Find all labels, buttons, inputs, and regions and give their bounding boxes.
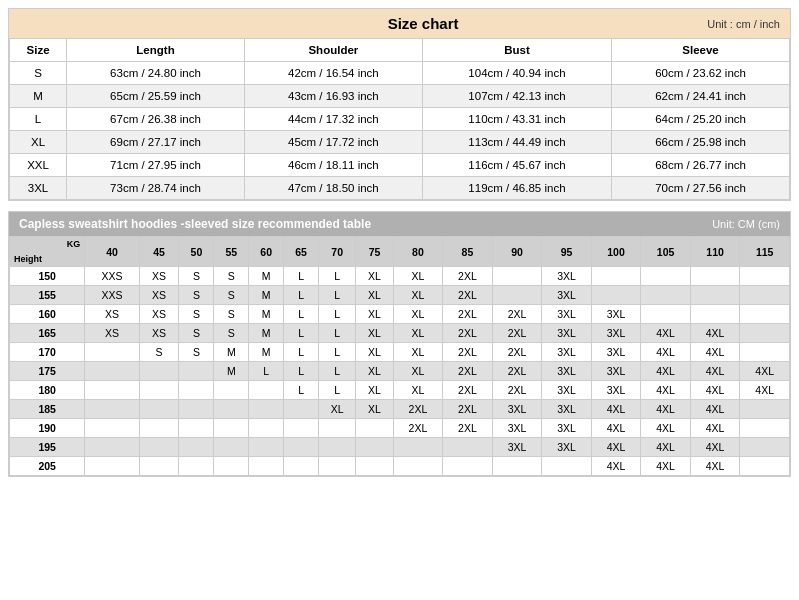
rec-cell-9-15 [740,438,790,457]
rec-cell-6-14: 4XL [690,381,740,400]
col-75: 75 [356,237,393,267]
size-cell-5-4: 70cm / 27.56 inch [612,177,790,200]
rec-cell-7-15 [740,400,790,419]
col-95: 95 [542,237,592,267]
rec-height-2: 160 [10,305,85,324]
rec-cell-10-8 [393,457,443,476]
size-cell-2-4: 64cm / 25.20 inch [612,108,790,131]
rec-cell-0-15 [740,267,790,286]
rec-cell-9-12: 4XL [591,438,641,457]
rec-cell-2-10: 2XL [492,305,542,324]
rec-cell-0-13 [641,267,691,286]
rec-cell-3-7: XL [356,324,393,343]
size-table-row: S63cm / 24.80 inch42cm / 16.54 inch104cm… [10,62,790,85]
col-100: 100 [591,237,641,267]
rec-unit: Unit: CM (cm) [712,218,780,230]
rec-cell-4-7: XL [356,343,393,362]
rec-cell-7-0 [85,400,139,419]
rec-cell-0-11: 3XL [542,267,592,286]
col-45: 45 [139,237,179,267]
rec-cell-6-8: XL [393,381,443,400]
rec-table-row: 1953XL3XL4XL4XL4XL [10,438,790,457]
col-115: 115 [740,237,790,267]
size-table-row: M65cm / 25.59 inch43cm / 16.93 inch107cm… [10,85,790,108]
rec-cell-10-5 [284,457,319,476]
size-cell-0-0: S [10,62,67,85]
size-table-row: L67cm / 26.38 inch44cm / 17.32 inch110cm… [10,108,790,131]
rec-cell-5-6: L [319,362,356,381]
size-cell-3-2: 45cm / 17.72 inch [244,131,422,154]
rec-cell-0-6: L [319,267,356,286]
height-label: Height [14,254,42,264]
rec-cell-4-11: 3XL [542,343,592,362]
size-table-row: 3XL73cm / 28.74 inch47cm / 18.50 inch119… [10,177,790,200]
rec-cell-3-2: S [179,324,214,343]
kg-label: KG [67,239,81,249]
rec-cell-7-6: XL [319,400,356,419]
rec-cell-3-1: XS [139,324,179,343]
size-cell-4-4: 68cm / 26.77 inch [612,154,790,177]
col-length: Length [67,39,245,62]
col-sleeve: Sleeve [612,39,790,62]
size-cell-2-0: L [10,108,67,131]
rec-cell-4-13: 4XL [641,343,691,362]
rec-cell-6-1 [139,381,179,400]
size-table-row: XL69cm / 27.17 inch45cm / 17.72 inch113c… [10,131,790,154]
rec-header-row: KG Height 40 45 50 55 60 65 70 75 80 85 … [10,237,790,267]
size-cell-4-1: 71cm / 27.95 inch [67,154,245,177]
rec-title: Capless sweatshirt hoodies -sleeved size… [19,217,371,231]
rec-cell-5-12: 3XL [591,362,641,381]
rec-cell-3-15 [740,324,790,343]
rec-table-row: 1902XL2XL3XL3XL4XL4XL4XL [10,419,790,438]
size-cell-4-2: 46cm / 18.11 inch [244,154,422,177]
rec-cell-4-8: XL [393,343,443,362]
rec-cell-0-0: XXS [85,267,139,286]
rec-cell-3-14: 4XL [690,324,740,343]
rec-cell-7-1 [139,400,179,419]
col-90: 90 [492,237,542,267]
rec-cell-5-2 [179,362,214,381]
size-cell-3-1: 69cm / 27.17 inch [67,131,245,154]
rec-height-4: 170 [10,343,85,362]
rec-cell-0-8: XL [393,267,443,286]
rec-table-row: 180LLXLXL2XL2XL3XL3XL4XL4XL4XL [10,381,790,400]
rec-cell-4-15 [740,343,790,362]
rec-cell-3-6: L [319,324,356,343]
size-chart-title: Size chart [139,15,707,32]
rec-cell-2-13 [641,305,691,324]
rec-table-row: 150XXSXSSSMLLXLXL2XL3XL [10,267,790,286]
col-105: 105 [641,237,691,267]
size-table-header-row: Size Length Shoulder Bust Sleeve [10,39,790,62]
col-50: 50 [179,237,214,267]
rec-cell-1-4: M [249,286,284,305]
size-table-body: S63cm / 24.80 inch42cm / 16.54 inch104cm… [10,62,790,200]
rec-cell-0-3: S [214,267,249,286]
rec-cell-0-1: XS [139,267,179,286]
rec-cell-7-3 [214,400,249,419]
col-55: 55 [214,237,249,267]
size-cell-1-1: 65cm / 25.59 inch [67,85,245,108]
rec-cell-5-13: 4XL [641,362,691,381]
rec-cell-1-15 [740,286,790,305]
rec-cell-4-1: S [139,343,179,362]
rec-table-row: 2054XL4XL4XL [10,457,790,476]
rec-cell-0-10 [492,267,542,286]
rec-cell-0-9: 2XL [443,267,493,286]
rec-cell-3-12: 3XL [591,324,641,343]
rec-cell-0-5: L [284,267,319,286]
corner-cell: KG Height [10,237,85,267]
rec-cell-1-8: XL [393,286,443,305]
rec-cell-8-13: 4XL [641,419,691,438]
rec-cell-6-11: 3XL [542,381,592,400]
rec-cell-8-5 [284,419,319,438]
col-40: 40 [85,237,139,267]
rec-cell-8-12: 4XL [591,419,641,438]
rec-cell-1-12 [591,286,641,305]
rec-cell-2-3: S [214,305,249,324]
col-80: 80 [393,237,443,267]
rec-cell-9-9 [443,438,493,457]
rec-cell-2-12: 3XL [591,305,641,324]
rec-height-8: 190 [10,419,85,438]
rec-height-9: 195 [10,438,85,457]
col-85: 85 [443,237,493,267]
